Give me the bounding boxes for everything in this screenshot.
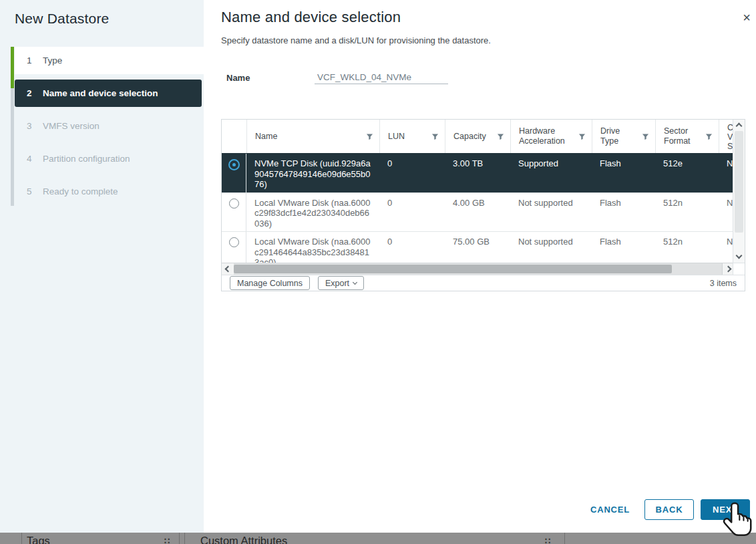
cell-capacity: 4.00 GB bbox=[445, 193, 510, 232]
step-number: 1 bbox=[27, 55, 35, 65]
cell-drive_type: Flash bbox=[592, 154, 655, 192]
scroll-down-icon[interactable] bbox=[736, 253, 743, 259]
back-button[interactable]: BACK bbox=[644, 499, 694, 520]
cell-hw_accel: Supported bbox=[510, 154, 592, 192]
step-label: Type bbox=[43, 55, 62, 65]
panel-divider bbox=[21, 533, 22, 544]
step-number: 3 bbox=[27, 121, 35, 131]
panel-divider bbox=[184, 533, 185, 544]
step-label: VMFS version bbox=[43, 121, 100, 131]
next-button[interactable]: NEXT bbox=[701, 499, 750, 520]
grid-header: NameLUNCapacityHardware AccelerationDriv… bbox=[222, 120, 733, 153]
radio-column-header bbox=[222, 120, 246, 153]
cell-clustered: No bbox=[719, 154, 734, 192]
chevron-down-icon bbox=[353, 280, 357, 285]
horizontal-scrollbar[interactable] bbox=[222, 263, 734, 275]
step-number: 5 bbox=[27, 186, 35, 196]
filter-icon[interactable] bbox=[497, 133, 504, 140]
cell-name: Local VMware Disk (naa.6000c29f83dcf1e42… bbox=[246, 193, 379, 232]
step-label: Ready to complete bbox=[43, 186, 118, 196]
wizard-step-1[interactable]: 1Type bbox=[15, 47, 204, 74]
device-row[interactable]: Local VMware Disk (naa.6000c29f83dcf1e42… bbox=[222, 192, 733, 232]
items-count: 3 items bbox=[710, 279, 737, 288]
wizard-step-2[interactable]: 2Name and device selection bbox=[15, 80, 202, 107]
radio-cell bbox=[222, 154, 246, 192]
column-header-label: Capacity bbox=[453, 132, 486, 142]
cell-hw_accel: Not supported bbox=[510, 193, 592, 232]
wizard-step-4: 4Partition configuration bbox=[15, 145, 204, 172]
column-header-label: Name bbox=[255, 132, 277, 142]
filter-icon[interactable] bbox=[578, 133, 586, 140]
column-header-label: LUN bbox=[388, 132, 405, 142]
filter-icon[interactable] bbox=[366, 133, 373, 140]
radio-cell bbox=[222, 193, 246, 232]
column-header-hw_accel[interactable]: Hardware Acceleration bbox=[510, 120, 592, 153]
grid-body: NVMe TCP Disk (uuid.929a6a90457647849146… bbox=[222, 153, 733, 271]
scroll-left-icon bbox=[224, 266, 231, 273]
drag-handle-icon: ∷ bbox=[545, 536, 551, 544]
column-header-lun[interactable]: LUN bbox=[379, 120, 445, 153]
column-header-label: Sector Format bbox=[664, 126, 703, 146]
filter-icon[interactable] bbox=[431, 133, 439, 140]
datastore-name-input[interactable] bbox=[315, 71, 448, 84]
column-header-name[interactable]: Name bbox=[246, 120, 379, 153]
name-form-row: Name bbox=[226, 71, 448, 84]
column-header-capacity[interactable]: Capacity bbox=[445, 120, 510, 153]
cell-drive_type: Flash bbox=[592, 193, 655, 232]
wizard-step-3: 3VMFS version bbox=[15, 112, 204, 140]
wizard-steps: 1Type2Name and device selection3VMFS ver… bbox=[15, 47, 204, 211]
name-label: Name bbox=[226, 71, 315, 83]
cancel-button[interactable]: CANCEL bbox=[590, 505, 630, 515]
column-header-label: Drive Type bbox=[600, 126, 639, 146]
page-title: Name and device selection bbox=[221, 9, 401, 26]
device-row[interactable]: NVMe TCP Disk (uuid.929a6a90457647849146… bbox=[222, 153, 733, 192]
wizard-sidebar: New Datastore 1Type2Name and device sele… bbox=[0, 0, 204, 533]
device-radio-selected[interactable] bbox=[228, 159, 240, 170]
step-number: 2 bbox=[27, 88, 35, 98]
close-icon[interactable]: × bbox=[737, 8, 756, 27]
vertical-scrollbar[interactable] bbox=[733, 120, 745, 263]
column-header-drive_type[interactable]: Drive Type bbox=[592, 120, 655, 153]
filter-icon[interactable] bbox=[705, 133, 713, 140]
tags-panel-title: Tags bbox=[27, 535, 50, 544]
vertical-scroll-thumb[interactable] bbox=[735, 131, 743, 233]
column-header-clustered[interactable]: ClusteredVMDKSupported bbox=[719, 120, 734, 153]
cell-sector_format: 512e bbox=[655, 154, 719, 192]
device-grid: NameLUNCapacityHardware AccelerationDriv… bbox=[221, 119, 745, 291]
device-radio[interactable] bbox=[229, 237, 239, 247]
manage-columns-button[interactable]: Manage Columns bbox=[230, 276, 310, 290]
custom-attributes-panel-title: Custom Attributes bbox=[200, 535, 287, 544]
manage-columns-label: Manage Columns bbox=[237, 279, 303, 288]
export-button[interactable]: Export bbox=[318, 276, 364, 290]
cell-clustered: No bbox=[719, 193, 734, 232]
page-subtitle: Specify datastore name and a disk/LUN fo… bbox=[221, 35, 491, 45]
column-header-sector_format[interactable]: Sector Format bbox=[655, 120, 719, 153]
drag-handle-icon: ∷ bbox=[164, 536, 170, 544]
wizard-actions: CANCEL BACK NEXT bbox=[590, 499, 750, 520]
column-header-label: Hardware Acceleration bbox=[519, 126, 576, 146]
cell-lun: 0 bbox=[379, 154, 445, 192]
grid-footer: Manage Columns Export 3 items bbox=[222, 275, 745, 291]
step-number: 4 bbox=[27, 154, 35, 164]
scrollbar-corner bbox=[733, 263, 745, 275]
step-progress-bar-completed bbox=[11, 47, 14, 88]
cell-lun: 0 bbox=[379, 193, 445, 232]
new-datastore-dialog: New Datastore 1Type2Name and device sele… bbox=[0, 0, 756, 533]
wizard-title: New Datastore bbox=[15, 11, 110, 27]
scroll-left-button[interactable] bbox=[222, 263, 234, 275]
horizontal-scroll-thumb[interactable] bbox=[234, 265, 672, 273]
scroll-right-icon bbox=[725, 266, 732, 273]
panel-divider bbox=[564, 533, 565, 544]
step-label: Name and device selection bbox=[43, 88, 158, 98]
cell-name: NVMe TCP Disk (uuid.929a6a90457647849146… bbox=[246, 154, 379, 192]
step-label: Partition configuration bbox=[43, 154, 130, 164]
filter-icon[interactable] bbox=[642, 133, 649, 140]
cell-sector_format: 512n bbox=[655, 193, 719, 232]
screen: New Datastore 1Type2Name and device sele… bbox=[0, 0, 756, 544]
scroll-up-icon[interactable] bbox=[736, 123, 743, 130]
device-radio[interactable] bbox=[229, 198, 239, 209]
step-progress-bar-remaining bbox=[11, 88, 14, 206]
dimmed-background: Tags ∷ Custom Attributes ∷ bbox=[0, 533, 756, 544]
export-label: Export bbox=[325, 279, 349, 288]
cell-capacity: 3.00 TB bbox=[445, 154, 510, 192]
